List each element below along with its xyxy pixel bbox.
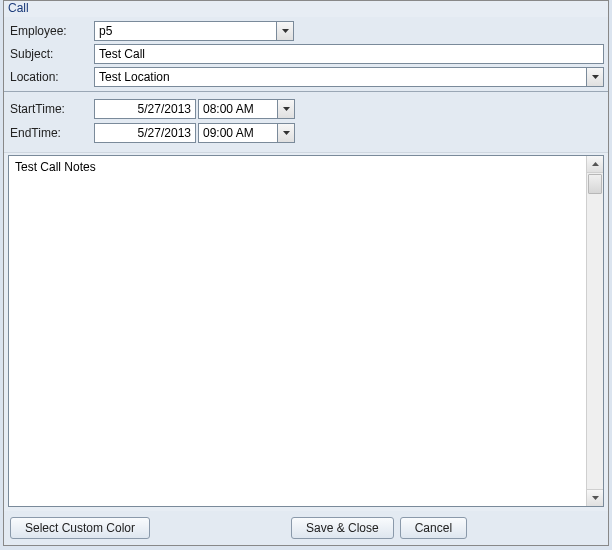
starttime-label: StartTime: (8, 102, 94, 116)
svg-marker-4 (592, 162, 599, 166)
scroll-up-button[interactable] (587, 156, 603, 173)
chevron-up-icon (592, 162, 599, 166)
employee-combo[interactable] (94, 21, 294, 41)
start-time-combo[interactable] (198, 99, 295, 119)
svg-marker-2 (283, 107, 290, 111)
chevron-down-icon (592, 75, 599, 79)
scroll-down-button[interactable] (587, 489, 603, 506)
employee-input[interactable] (95, 22, 276, 40)
chevron-down-icon (282, 29, 289, 33)
start-date-input[interactable] (94, 99, 196, 119)
endtime-label: EndTime: (8, 126, 94, 140)
button-bar: Select Custom Color Save & Close Cancel (4, 511, 608, 545)
end-time-dropdown-button[interactable] (277, 124, 294, 142)
select-custom-color-button[interactable]: Select Custom Color (10, 517, 150, 539)
subject-input[interactable] (94, 44, 604, 64)
end-time-input[interactable] (199, 124, 277, 142)
save-close-button[interactable]: Save & Close (291, 517, 394, 539)
location-input[interactable] (95, 68, 586, 86)
svg-marker-0 (282, 29, 289, 33)
start-time-dropdown-button[interactable] (277, 100, 294, 118)
chevron-down-icon (283, 131, 290, 135)
subject-label: Subject: (8, 47, 94, 61)
notes-container (8, 155, 604, 507)
dialog-title: Call (4, 1, 608, 17)
location-dropdown-button[interactable] (586, 68, 603, 86)
location-combo[interactable] (94, 67, 604, 87)
end-time-combo[interactable] (198, 123, 295, 143)
end-date-input[interactable] (94, 123, 196, 143)
location-label: Location: (8, 70, 94, 84)
start-time-input[interactable] (199, 100, 277, 118)
svg-marker-5 (592, 496, 599, 500)
svg-marker-3 (283, 131, 290, 135)
form-header: Employee: Subject: Location: (4, 17, 608, 92)
notes-textarea[interactable] (9, 156, 586, 506)
call-dialog: Call Employee: Subject: Location: (3, 0, 609, 546)
employee-label: Employee: (8, 24, 94, 38)
notes-scrollbar[interactable] (586, 156, 603, 506)
scroll-thumb[interactable] (588, 174, 602, 194)
cancel-button[interactable]: Cancel (400, 517, 467, 539)
chevron-down-icon (283, 107, 290, 111)
chevron-down-icon (592, 496, 599, 500)
svg-marker-1 (592, 75, 599, 79)
time-section: StartTime: EndTime: (4, 92, 608, 153)
employee-dropdown-button[interactable] (276, 22, 293, 40)
